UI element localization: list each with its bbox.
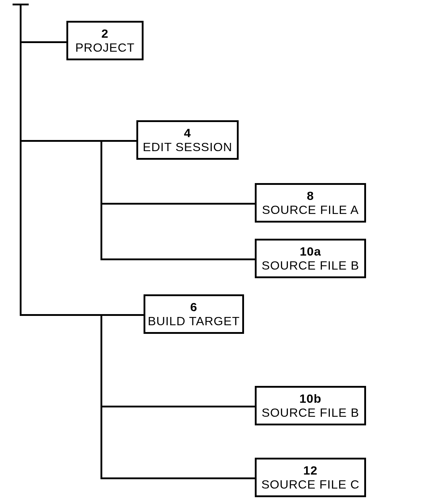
root-cap-line: [13, 4, 29, 5]
connector-source-file-c: [100, 477, 255, 479]
node-source-file-b-10a-number: 10a: [300, 245, 321, 258]
tree-diagram: 2 PROJECT 4 EDIT SESSION 8 SOURCE FILE A…: [0, 0, 445, 504]
node-source-file-c-label: SOURCE FILE C: [261, 478, 360, 491]
connector-source-file-b1: [100, 258, 255, 260]
node-build-target-number: 6: [190, 300, 197, 314]
node-source-file-b-10b-label: SOURCE FILE B: [262, 406, 359, 419]
node-build-target: 6 BUILD TARGET: [144, 294, 244, 334]
node-edit-session-number: 4: [184, 126, 191, 140]
node-build-target-label: BUILD TARGET: [148, 314, 240, 328]
node-project-number: 2: [102, 27, 109, 40]
node-source-file-c: 12 SOURCE FILE C: [255, 458, 366, 497]
trunk-line: [20, 4, 22, 316]
connector-project: [20, 41, 66, 43]
node-source-file-a-label: SOURCE FILE A: [262, 203, 359, 216]
node-project: 2 PROJECT: [66, 21, 144, 60]
connector-build-target: [20, 314, 144, 316]
node-edit-session-label: EDIT SESSION: [143, 140, 232, 154]
node-source-file-a-number: 8: [307, 189, 314, 202]
node-edit-session: 4 EDIT SESSION: [136, 120, 239, 160]
node-source-file-b-10a-label: SOURCE FILE B: [262, 259, 359, 272]
edit-session-branch-line: [100, 140, 102, 260]
build-target-branch-line: [100, 314, 102, 479]
node-project-label: PROJECT: [75, 41, 135, 54]
node-source-file-b-10a: 10a SOURCE FILE B: [255, 239, 366, 278]
connector-source-file-b2: [100, 406, 255, 407]
node-source-file-a: 8 SOURCE FILE A: [255, 183, 366, 223]
node-source-file-b-10b: 10b SOURCE FILE B: [255, 386, 366, 425]
node-source-file-b-10b-number: 10b: [299, 392, 322, 405]
connector-edit-session: [20, 140, 136, 142]
node-source-file-c-number: 12: [303, 464, 318, 477]
connector-source-file-a: [100, 203, 255, 205]
